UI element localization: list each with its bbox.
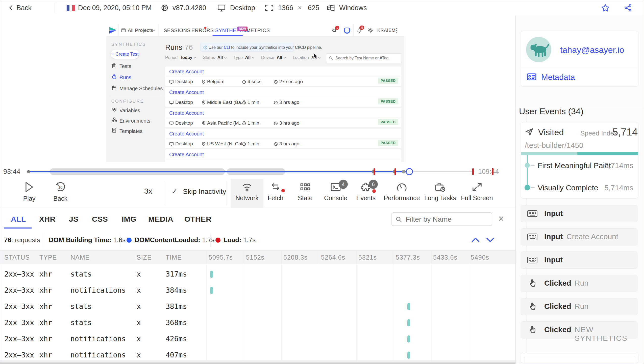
network-filter-box[interactable] [391, 212, 492, 226]
filter-device[interactable]: Device All [261, 55, 286, 60]
filter-type[interactable]: Type All [233, 55, 255, 60]
panel-button-state[interactable]: State [292, 182, 318, 202]
tab-metrics[interactable]: METRICS [246, 24, 270, 36]
net-tab-js[interactable]: JS [69, 215, 79, 223]
issue-marker[interactable] [472, 168, 474, 175]
notifications-bell-icon[interactable]: 33 [356, 27, 362, 33]
replayed-app-screenshot: All Projects SESSIONS ERRORS SYNTHETICS … [106, 24, 404, 162]
back-button[interactable]: Back [16, 0, 32, 15]
run-card[interactable]: Create Account Desktop Middle East (Ba..… [165, 87, 401, 107]
network-request-row[interactable]: 2xx–3xx xhr stats x 381ms [0, 299, 515, 315]
skip-inactivity-label: Skip Inactivity [183, 188, 226, 195]
net-tab-img[interactable]: IMG [122, 215, 136, 223]
network-request-row[interactable]: 2xx–3xx xhr stats x 317ms [0, 266, 515, 282]
event-item-clicked[interactable]: Clicked NEW SYNTHETICS [521, 321, 637, 338]
tab-errors[interactable]: ERRORS [191, 24, 214, 36]
event-marker-dot[interactable] [402, 170, 405, 173]
run-time-ago: 3 hrs ago [274, 100, 299, 105]
run-card[interactable]: Create Account Desktop Asia Pacific (M..… [165, 108, 401, 127]
network-request-row[interactable]: 2xx–3xx xhr notifications x 426ms [0, 331, 515, 347]
panel-button-performance[interactable]: Performance [382, 182, 422, 202]
run-test-name[interactable]: Create Account [165, 87, 401, 95]
speed-index-label: Speed Index [580, 129, 617, 137]
speed-toggle[interactable]: 3x [144, 187, 152, 195]
back-10s-button[interactable]: 10 Back [50, 181, 70, 202]
network-request-row[interactable]: 2xx–3xx xhr notifications x 384ms [0, 282, 515, 299]
full-screen-button[interactable]: Full Screen [459, 182, 495, 202]
net-tab-media[interactable]: MEDIA [148, 215, 173, 223]
sidebar-item-templates[interactable]: Templates [119, 128, 142, 134]
back-chevron-icon[interactable] [8, 5, 14, 11]
run-status-badge: PASSED [378, 98, 398, 104]
run-card[interactable]: Create Account [165, 149, 401, 162]
req-status: 2xx–3xx [4, 315, 34, 331]
run-test-name[interactable]: Create Account [165, 108, 401, 116]
vc-value: 5,714ms [604, 184, 633, 192]
settings-gear-icon[interactable] [367, 27, 373, 33]
sidebar-item-variables[interactable]: Variables [119, 108, 140, 113]
panel-button-console[interactable]: 4 Console [320, 182, 351, 202]
sidebar-item-manage-schedules[interactable]: Manage Schedules [119, 86, 163, 92]
share-icon[interactable] [624, 4, 633, 12]
request-waterfall-mark [407, 319, 410, 326]
playhead-handle[interactable] [406, 168, 413, 175]
more-options-icon[interactable] [396, 28, 398, 34]
test-search-box[interactable] [326, 53, 402, 63]
issue-marker[interactable] [394, 168, 396, 175]
sidebar-item-tests[interactable]: Tests [119, 63, 131, 69]
event-item-clicked[interactable]: Clicked Run [521, 298, 637, 315]
net-tab-all[interactable]: ALL [11, 215, 26, 223]
run-test-name[interactable]: Create Account [165, 66, 401, 75]
search-icon [329, 56, 333, 60]
panel-button-fetch[interactable]: Fetch [262, 182, 289, 202]
tab-sessions[interactable]: SESSIONS [164, 24, 190, 36]
event-item-input[interactable]: Input [521, 205, 637, 222]
sidebar-item-runs[interactable]: Runs [119, 75, 131, 80]
visited-navigate-icon [525, 127, 534, 136]
col-t4: 5321s [358, 254, 377, 261]
net-tab-xhr[interactable]: XHR [39, 215, 56, 223]
network-request-row[interactable]: 2xx–3xx xhr stats x 368ms [0, 315, 515, 331]
sidebar-item-environments[interactable]: Environments [119, 118, 150, 124]
filter-status[interactable]: Status All [203, 55, 227, 60]
banner-suffix: to include your Synthetics into your CI/… [230, 45, 322, 50]
network-filter-input[interactable] [405, 214, 489, 224]
panel-button-long-tasks[interactable]: Long Tasks [423, 182, 458, 202]
event-item-input[interactable]: Input Create Account [521, 228, 637, 245]
close-panel-icon[interactable]: × [498, 213, 504, 224]
user-card: tahay@asayer.io Metadata [521, 31, 638, 87]
favorite-star-icon[interactable] [601, 4, 610, 12]
announcements-icon[interactable]: 1 [332, 27, 338, 33]
user-menu[interactable]: KRAIEM [377, 24, 395, 36]
visited-event-card[interactable]: Visited Speed Index 5,714 /test-builder/… [521, 122, 638, 198]
req-type: xhr [39, 282, 52, 299]
issue-marker[interactable] [374, 168, 375, 175]
jump-up-icon[interactable] [470, 236, 481, 244]
keyboard-icon [527, 210, 538, 217]
col-t7: 5490s [471, 254, 489, 261]
net-tab-css[interactable]: CSS [92, 215, 108, 223]
play-button[interactable]: Play [20, 181, 38, 202]
project-selector[interactable]: All Projects [118, 24, 159, 36]
test-search-input[interactable] [335, 54, 399, 62]
net-tab-other[interactable]: OTHER [184, 215, 212, 223]
panel-button-network[interactable]: Network [231, 179, 263, 208]
run-test-name[interactable]: Create Account [165, 129, 401, 137]
jump-down-icon[interactable] [485, 236, 495, 244]
panel-button-events[interactable]: 6 Events [352, 182, 380, 202]
playback-timeline[interactable]: 93:44 109:44 [0, 165, 515, 179]
create-test-button[interactable]: + Create Test [111, 50, 139, 59]
metadata-button[interactable]: Metadata [541, 73, 575, 82]
run-card[interactable]: Create Account Desktop Belgium 4 secs 27… [165, 66, 401, 86]
user-email-link[interactable]: tahay@asayer.io [560, 45, 624, 55]
event-item-input[interactable]: Input [521, 252, 637, 269]
banner-cli-link[interactable]: CLI [224, 45, 230, 50]
filter-period[interactable]: Period Today [165, 55, 196, 60]
cli-banner: Use our CLI to include your Synthetics i… [201, 43, 293, 52]
event-item-clicked[interactable]: Clicked Run [521, 275, 637, 292]
run-card[interactable]: Create Account Desktop US West (N. Cal..… [165, 129, 401, 148]
col-t3: 5264.6s [321, 254, 345, 261]
click-hand-icon [528, 279, 537, 288]
run-test-name[interactable]: Create Account [165, 149, 401, 157]
skip-inactivity-toggle[interactable]: ✓ Skip Inactivity [171, 187, 226, 196]
